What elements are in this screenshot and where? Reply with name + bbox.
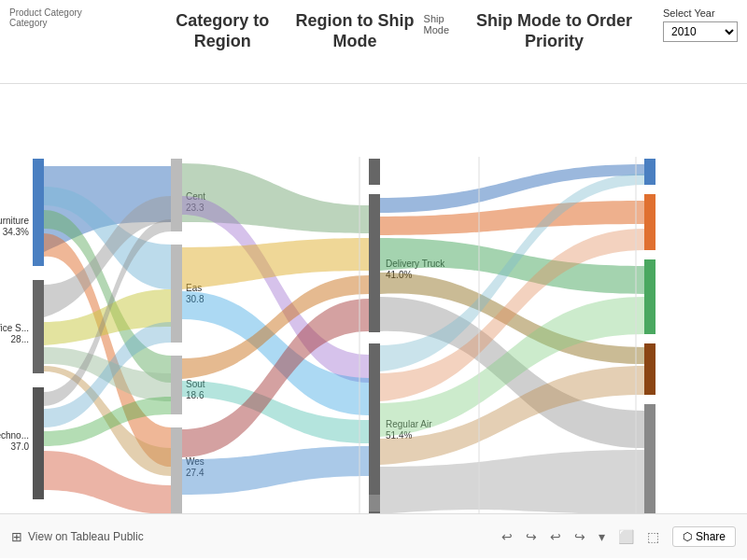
app: Product Category Category Category to Re… xyxy=(0,0,747,560)
chart-area: Furniture 34.3% Office S... 28... Techno… xyxy=(0,84,747,513)
chart-title-2: Region to Ship Mode xyxy=(286,11,423,51)
node-delivery xyxy=(369,194,380,332)
redo-icon[interactable]: ↪ xyxy=(526,529,537,544)
node-critical xyxy=(644,159,655,185)
node-west xyxy=(171,427,182,513)
node-low xyxy=(644,343,655,395)
node-express xyxy=(369,159,380,185)
product-label-text: Product Category xyxy=(9,7,82,18)
sankey-svg: Furniture 34.3% Office S... 28... Techno… xyxy=(0,84,747,513)
title-block-2: Region to Ship Mode xyxy=(286,11,423,51)
node-central xyxy=(171,159,182,231)
tableau-icon: ⊞ xyxy=(11,529,22,544)
node-bottom xyxy=(369,495,380,511)
node-furniture xyxy=(33,159,44,266)
header-bar: Product Category Category Category to Re… xyxy=(0,0,747,84)
share-button[interactable]: ⬡ Share xyxy=(672,526,736,547)
export-icon[interactable]: ⬚ xyxy=(647,529,659,544)
label-furniture: Furniture xyxy=(0,216,29,226)
chart-titles-row: Category to Region Region to Ship Mode S… xyxy=(9,7,738,51)
node-not-spec xyxy=(644,404,655,513)
node-technology xyxy=(33,387,44,499)
node-medium xyxy=(644,259,655,334)
label-office: Office S... xyxy=(0,323,29,333)
undo-icon[interactable]: ↩ xyxy=(501,529,513,544)
label-technology: Techno... xyxy=(0,430,29,441)
share-label: Share xyxy=(696,530,726,543)
ship-mode-label: Ship Mode xyxy=(424,13,464,35)
chart-title-4: Ship Mode to Order Priority xyxy=(464,11,644,51)
product-category-label: Product Category Category xyxy=(9,7,82,28)
chart-title-1: Category to Region xyxy=(159,11,286,51)
node-south xyxy=(171,356,182,414)
node-office xyxy=(33,280,44,373)
title-block-1: Category to Region xyxy=(159,11,286,51)
svg-text:28...: 28... xyxy=(11,334,29,344)
node-east xyxy=(171,245,182,343)
redo2-icon[interactable]: ↪ xyxy=(574,529,585,544)
year-selector-label: Select Year xyxy=(663,7,738,19)
category-label-text: Category xyxy=(9,18,82,28)
year-dropdown[interactable]: 2009201020112012 xyxy=(663,21,738,42)
share-icon-btn: ⬡ xyxy=(683,530,692,543)
node-order-bottom xyxy=(644,509,655,513)
footer-bar: ⊞ View on Tableau Public ↩ ↪ ↩ ↪ ▾ ⬜ ⬚ ⬡… xyxy=(0,513,747,558)
svg-text:34.3%: 34.3% xyxy=(3,227,29,237)
tableau-link[interactable]: View on Tableau Public xyxy=(28,530,144,543)
node-high xyxy=(644,194,655,250)
node-regular xyxy=(369,343,380,513)
footer-right: ↩ ↪ ↩ ↪ ▾ ⬜ ⬚ ⬡ Share xyxy=(501,526,736,547)
footer-left: ⊞ View on Tableau Public xyxy=(11,529,144,544)
title-block-4: Ship Mode to Order Priority xyxy=(464,11,644,51)
share-icon[interactable]: ⬜ xyxy=(618,529,634,544)
undo2-icon[interactable]: ↩ xyxy=(550,529,561,544)
year-selector: Select Year 2009201020112012 xyxy=(663,7,738,42)
svg-text:37.0: 37.0 xyxy=(11,441,30,452)
dropdown-icon[interactable]: ▾ xyxy=(599,529,605,544)
